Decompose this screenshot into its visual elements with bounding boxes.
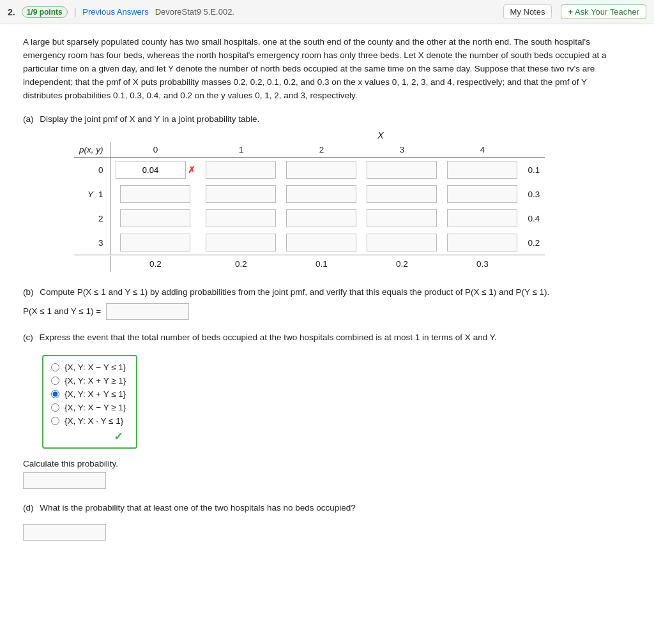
row-margin: 0.1	[522, 158, 545, 182]
table-cell-input[interactable]	[116, 161, 186, 179]
row-margin: 0.2	[522, 230, 545, 255]
col-header-4: 4	[442, 142, 522, 158]
part-b-formula-line: P(X ≤ 1 and Y ≤ 1) =	[23, 303, 611, 320]
col-header-0: 0	[110, 142, 201, 158]
ask-teacher-button[interactable]: +Ask Your Teacher	[561, 4, 646, 19]
table-cell	[442, 158, 522, 182]
table-cell	[201, 182, 281, 206]
col-margin: 0.3	[442, 256, 522, 272]
radio-input[interactable]	[51, 377, 59, 385]
problem-text: A large but sparsely populated county ha…	[23, 36, 611, 103]
table-cell	[110, 206, 201, 230]
points-badge: 1/9 points	[22, 6, 68, 18]
y-row-val: 0	[98, 165, 103, 175]
part-d-input-container	[23, 519, 611, 541]
table-cell-input[interactable]	[206, 209, 276, 227]
course-code: DevoreStat9 5.E.002.	[155, 7, 234, 17]
table-row: Y10.3	[74, 182, 545, 206]
part-b-label: (b) Compute P(X ≤ 1 and Y ≤ 1) by adding…	[23, 287, 611, 297]
table-cell-input[interactable]	[286, 185, 356, 203]
part-a-label: (a) Display the joint pmf of X and Y in …	[23, 114, 611, 124]
table-cell-input[interactable]	[447, 209, 517, 227]
table-cell-input[interactable]	[447, 161, 517, 179]
radio-option[interactable]: {X, Y: X · Y ≤ 1}	[51, 416, 126, 426]
table-cell-input[interactable]	[447, 234, 517, 251]
table-cell-input[interactable]	[367, 161, 437, 179]
separator: |	[74, 7, 77, 17]
checkmark-row: ✓	[51, 430, 126, 444]
part-b-formula-text: P(X ≤ 1 and Y ≤ 1) =	[23, 306, 101, 316]
table-cell-input[interactable]	[286, 234, 356, 251]
col-header-2: 2	[281, 142, 361, 158]
table-cell	[442, 206, 522, 230]
part-d-label: (d) What is the probability that at leas…	[23, 503, 611, 513]
radio-option[interactable]: {X, Y: X − Y ≥ 1}	[51, 403, 126, 412]
table-cell-input[interactable]	[120, 234, 190, 251]
col-header-1: 1	[201, 142, 281, 158]
y-row-val: 1	[98, 190, 103, 199]
radio-input[interactable]	[51, 417, 59, 425]
table-cell	[281, 230, 361, 255]
radio-input[interactable]	[51, 363, 59, 371]
table-cell-input[interactable]	[120, 185, 190, 203]
y-row-val: 3	[98, 238, 103, 248]
previous-answers-link[interactable]: Previous Answers	[82, 7, 148, 17]
table-row: 0 ✗0.1	[74, 158, 545, 182]
table-row: 30.2	[74, 230, 545, 255]
table-cell	[110, 182, 201, 206]
main-content: A large but sparsely populated county ha…	[0, 24, 626, 560]
table-cell-input[interactable]	[367, 234, 437, 251]
table-cell: ✗	[110, 158, 201, 182]
radio-label: {X, Y: X − Y ≥ 1}	[65, 403, 126, 412]
table-cell	[281, 158, 361, 182]
radio-option[interactable]: {X, Y: X + Y ≥ 1}	[51, 376, 126, 386]
my-notes-button[interactable]: My Notes	[503, 4, 552, 19]
table-cell-input[interactable]	[286, 161, 356, 179]
table-cell-input[interactable]	[120, 209, 190, 227]
y-row-val: 2	[98, 214, 103, 223]
part-b-input[interactable]	[106, 303, 189, 320]
joint-pmf-table: p(x, y) 0 1 2 3 4 0 ✗0.1Y10.320.430.2	[74, 142, 545, 272]
table-cell-input[interactable]	[206, 234, 276, 251]
radio-label: {X, Y: X + Y ≤ 1}	[65, 389, 126, 399]
table-cell	[361, 182, 442, 206]
table-cell	[361, 158, 442, 182]
table-cell-input[interactable]	[367, 185, 437, 203]
table-cell-input[interactable]	[206, 161, 276, 179]
x-axis-label: X	[151, 130, 611, 140]
table-cell	[361, 206, 442, 230]
table-cell	[201, 158, 281, 182]
table-cell-input[interactable]	[367, 209, 437, 227]
top-bar-right: My Notes +Ask Your Teacher	[503, 4, 646, 19]
col-header-margin	[522, 142, 545, 158]
radio-option[interactable]: {X, Y: X − Y ≤ 1}	[51, 363, 126, 372]
table-cell	[361, 230, 442, 255]
checkmark-icon: ✓	[114, 430, 123, 444]
radio-options-box: {X, Y: X − Y ≤ 1}{X, Y: X + Y ≥ 1}{X, Y:…	[42, 355, 137, 449]
table-cell-input[interactable]	[447, 185, 517, 203]
table-row: 20.4	[74, 206, 545, 230]
radio-label: {X, Y: X + Y ≥ 1}	[65, 376, 126, 386]
error-icon: ✗	[186, 165, 196, 175]
radio-input[interactable]	[51, 390, 59, 398]
table-cell	[281, 182, 361, 206]
calc-probability-input[interactable]	[23, 472, 106, 489]
table-cell-input[interactable]	[206, 185, 276, 203]
row-margin: 0.3	[522, 182, 545, 206]
table-header-pxy: p(x, y)	[74, 142, 110, 158]
part-b: (b) Compute P(X ≤ 1 and Y ≤ 1) by adding…	[23, 287, 611, 320]
radio-input[interactable]	[51, 403, 59, 412]
part-d-input[interactable]	[23, 524, 106, 541]
table-cell	[110, 230, 201, 255]
radio-label: {X, Y: X − Y ≤ 1}	[65, 363, 126, 372]
col-margin: 0.1	[281, 256, 361, 272]
table-cell-input[interactable]	[286, 209, 356, 227]
plus-icon: +	[568, 7, 573, 17]
calc-label: Calculate this probability.	[23, 459, 611, 468]
table-cell	[442, 182, 522, 206]
col-margin: 0.2	[201, 256, 281, 272]
radio-option[interactable]: {X, Y: X + Y ≤ 1}	[51, 389, 126, 399]
col-margin: 0.2	[361, 256, 442, 272]
part-a: (a) Display the joint pmf of X and Y in …	[23, 114, 611, 272]
y-axis-label: Y	[87, 190, 93, 199]
